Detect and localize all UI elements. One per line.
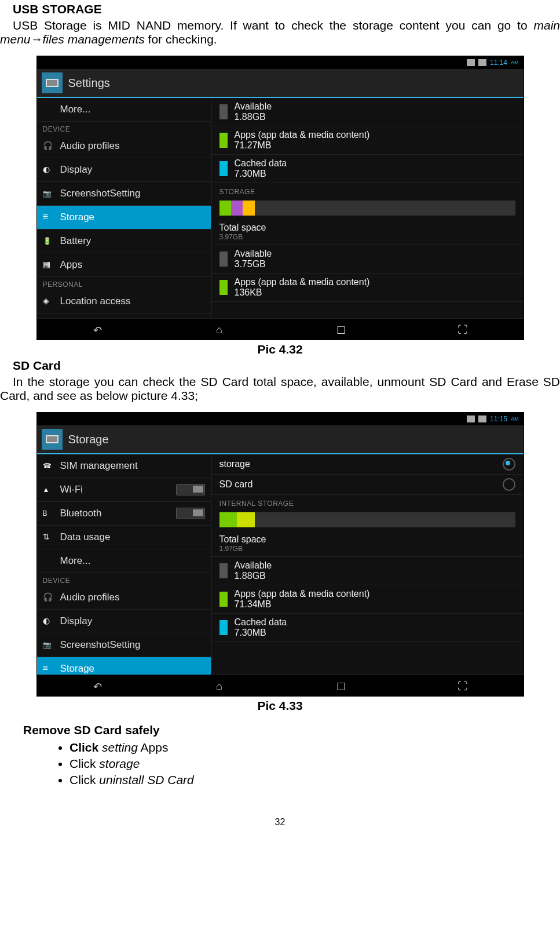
detail-available-2[interactable]: Available3.75GB [211, 245, 524, 274]
back-icon[interactable]: ↶ [91, 680, 105, 691]
option-storage[interactable]: storage [211, 454, 524, 475]
section-internal-storage: INTERNAL STORAGE [211, 495, 524, 509]
detail-apps[interactable]: Apps (app data & media content)71.34MB [211, 585, 524, 614]
settings-sidebar: More... DEVICE Audio profiles Display Sc… [37, 98, 211, 318]
sidebar-item-display[interactable]: Display [37, 610, 211, 633]
text: Apps [138, 741, 169, 754]
category-device: DEVICE [37, 573, 211, 586]
wifi-icon [43, 484, 54, 495]
swatch-gray [219, 563, 228, 578]
swatch-green [219, 133, 228, 148]
text: Click [69, 773, 99, 786]
section-storage: STORAGE [211, 183, 524, 197]
caption-pic-4-33: Pic 4.33 [0, 699, 560, 713]
display-icon [43, 164, 54, 176]
text-italic: files managements [42, 32, 144, 46]
sidebar-item-screenshot[interactable]: ScreenshotSetting [37, 182, 211, 206]
label: Display [60, 164, 93, 176]
radio-unselected-icon[interactable] [503, 478, 515, 491]
sidebar-item-bluetooth[interactable]: Bluetooth [37, 502, 211, 526]
label: Apps (app data & media content) [235, 589, 370, 599]
heading-sd-card: SD Card [13, 359, 560, 373]
clock-ampm: AM [511, 60, 519, 65]
screenshot-icon[interactable]: ⛶ [456, 680, 470, 691]
home-icon[interactable]: ⌂ [213, 680, 226, 691]
usage-bar [219, 512, 515, 527]
category-personal: PERSONAL [37, 277, 211, 290]
detail-cached[interactable]: Cached data7.30MB [211, 614, 524, 642]
sidebar-item-screenshot[interactable]: ScreenshotSetting [37, 633, 211, 657]
detail-total[interactable]: Total space 3.97GB [211, 219, 524, 245]
value: 7.30MB [235, 169, 287, 179]
detail-apps[interactable]: Apps (app data & media content)71.27MB [211, 126, 524, 155]
text-bold: Click [69, 741, 98, 754]
paragraph-usb: USB Storage is MID NAND memory. If want … [0, 19, 560, 46]
battery-icon [478, 59, 486, 66]
storage-detail-pane: Available1.88GB Apps (app data & media c… [211, 98, 524, 318]
status-bar: 11:15 AM [37, 413, 524, 425]
detail-total[interactable]: Total space 1.97GB [211, 531, 524, 557]
sidebar-item-location[interactable]: Location access [37, 290, 211, 314]
label: Battery [60, 235, 91, 247]
sidebar-item-more[interactable]: More... [37, 549, 211, 573]
sidebar-item-storage[interactable]: Storage [37, 206, 211, 229]
settings-sidebar: SIM management Wi-Fi Bluetooth Data usag… [37, 454, 211, 675]
sim-icon [43, 460, 54, 472]
bar-yellow [243, 201, 254, 216]
sidebar-item-more[interactable]: More... [37, 98, 211, 122]
detail-available[interactable]: Available1.88GB [211, 98, 524, 126]
bluetooth-toggle[interactable] [176, 508, 205, 519]
title-bar: Storage [37, 425, 524, 454]
display-icon [43, 615, 54, 627]
text: USB Storage is MID NAND memory. If want … [13, 19, 533, 32]
label: Available [235, 101, 272, 112]
label: Apps [60, 259, 83, 271]
android-navbar: ↶ ⌂ ☐ ⛶ [37, 318, 524, 340]
list-item: Click storage [69, 756, 560, 772]
sidebar-item-audio[interactable]: Audio profiles [37, 134, 211, 158]
list-item: Click uninstall SD Card [69, 772, 560, 788]
sidebar-item-apps[interactable]: Apps [37, 253, 211, 277]
heading-remove-sd: Remove SD Card safely [23, 723, 560, 737]
sidebar-item-sim[interactable]: SIM management [37, 454, 211, 478]
page-number: 32 [0, 817, 560, 828]
option-sd-card[interactable]: SD card [211, 475, 524, 495]
sidebar-item-battery[interactable]: Battery [37, 229, 211, 253]
sidebar-item-display[interactable]: Display [37, 158, 211, 182]
label: More... [60, 555, 91, 567]
detail-apps-2[interactable]: Apps (app data & media content)136KB [211, 274, 524, 302]
sidebar-item-audio[interactable]: Audio profiles [37, 586, 211, 610]
detail-cached[interactable]: Cached data7.30MB [211, 155, 524, 183]
label: Total space [219, 223, 515, 233]
paragraph-sd: In the storage you can check the SD Card… [0, 375, 560, 403]
data-icon [43, 531, 54, 543]
bar-green [219, 512, 237, 527]
value: 1.88GB [235, 112, 272, 122]
back-icon[interactable]: ↶ [91, 324, 105, 334]
camera-icon [43, 188, 54, 199]
home-icon[interactable]: ⌂ [213, 324, 226, 334]
swatch-cyan [219, 161, 228, 176]
label: Audio profiles [60, 592, 120, 603]
storage-icon [43, 663, 54, 675]
page-title: Settings [68, 76, 110, 90]
screenshot-icon[interactable]: ⛶ [456, 324, 470, 334]
value: 3.97GB [219, 233, 515, 241]
detail-available[interactable]: Available1.88GB [211, 557, 524, 585]
radio-selected-icon[interactable] [503, 458, 515, 471]
recent-icon[interactable]: ☐ [334, 680, 348, 691]
value: 71.27MB [235, 140, 370, 151]
label: Data usage [60, 531, 111, 543]
swatch-gray [219, 252, 228, 267]
signal-icon [467, 59, 475, 66]
sidebar-item-storage[interactable]: Storage [37, 657, 211, 675]
bar-yellow [237, 512, 255, 527]
label: Bluetooth [60, 508, 102, 519]
wifi-toggle[interactable] [176, 484, 205, 495]
label: Available [235, 249, 272, 259]
label: Location access [60, 296, 131, 307]
sidebar-item-data-usage[interactable]: Data usage [37, 526, 211, 549]
recent-icon[interactable]: ☐ [334, 324, 348, 334]
sidebar-item-wifi[interactable]: Wi-Fi [37, 478, 211, 502]
text-italic: setting [98, 741, 138, 754]
